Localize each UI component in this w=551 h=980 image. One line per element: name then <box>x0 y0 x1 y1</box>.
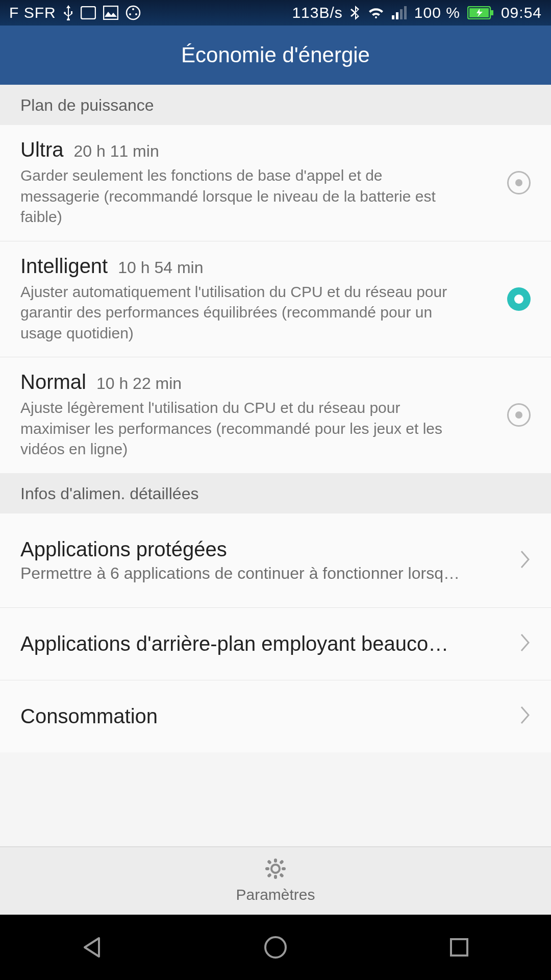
plan-intelligent-radio[interactable] <box>507 287 531 311</box>
plan-normal-radio[interactable] <box>507 403 531 427</box>
svg-point-5 <box>135 13 137 15</box>
svg-rect-0 <box>81 7 95 19</box>
plan-intelligent-row[interactable]: Intelligent 10 h 54 min Ajuster automati… <box>0 241 551 358</box>
wifi-icon <box>367 6 385 19</box>
background-apps-row[interactable]: Applications d'arrière-plan employant be… <box>0 608 551 680</box>
network-speed: 113B/s <box>292 4 342 21</box>
circle-dots-icon <box>126 5 141 20</box>
home-button[interactable] <box>261 933 290 962</box>
svg-rect-8 <box>400 9 403 19</box>
app-header: Économie d'énergie <box>0 26 551 85</box>
info-list: Applications protégées Permettre à 6 app… <box>0 513 551 752</box>
svg-rect-16 <box>282 867 286 870</box>
recent-apps-button[interactable] <box>445 933 473 962</box>
plan-ultra-radio[interactable] <box>507 171 531 194</box>
plan-intelligent-desc: Ajuster automatiquement l'utilisation du… <box>20 282 464 344</box>
consumption-title: Consommation <box>20 705 509 728</box>
background-apps-title: Applications d'arrière-plan employant be… <box>20 632 509 655</box>
plan-ultra-row[interactable]: Ultra 20 h 11 min Garder seulement les f… <box>0 125 551 241</box>
plan-normal-desc: Ajuste légèrement l'utilisation du CPU e… <box>20 398 464 460</box>
consumption-row[interactable]: Consommation <box>0 680 551 752</box>
plan-ultra-time: 20 h 11 min <box>73 142 159 161</box>
battery-pct: 100 % <box>414 4 460 21</box>
svg-rect-1 <box>104 6 118 19</box>
chevron-right-icon <box>519 706 531 726</box>
svg-rect-22 <box>451 939 467 955</box>
usb-icon <box>63 5 73 20</box>
svg-point-4 <box>129 13 131 15</box>
svg-point-3 <box>132 8 134 10</box>
chevron-right-icon <box>519 550 531 571</box>
plan-ultra-title: Ultra <box>20 138 63 161</box>
protected-apps-row[interactable]: Applications protégées Permettre à 6 app… <box>0 513 551 608</box>
android-navbar <box>0 915 551 980</box>
svg-rect-18 <box>279 873 284 878</box>
settings-button[interactable]: Paramètres <box>0 846 551 915</box>
gear-icon <box>263 856 288 883</box>
battery-icon <box>467 6 494 19</box>
back-button[interactable] <box>78 933 106 962</box>
svg-point-21 <box>265 937 286 958</box>
svg-rect-15 <box>265 867 269 870</box>
carrier-label: F SFR <box>9 4 56 21</box>
plan-list: Ultra 20 h 11 min Garder seulement les f… <box>0 125 551 473</box>
plan-intelligent-time: 10 h 54 min <box>118 258 203 277</box>
clock: 09:54 <box>501 4 542 21</box>
plan-ultra-desc: Garder seulement les fonctions de base d… <box>20 165 464 228</box>
section-plan-header: Plan de puissance <box>0 85 551 125</box>
settings-label: Paramètres <box>236 886 315 903</box>
svg-point-2 <box>127 6 140 19</box>
protected-apps-title: Applications protégées <box>20 538 509 561</box>
rect-icon <box>81 6 96 19</box>
plan-normal-row[interactable]: Normal 10 h 22 min Ajuste légèrement l'u… <box>0 357 551 473</box>
plan-normal-time: 10 h 22 min <box>96 374 182 393</box>
svg-rect-17 <box>267 860 272 865</box>
protected-apps-sub: Permettre à 6 applications de continuer … <box>20 564 480 583</box>
svg-rect-14 <box>274 875 277 879</box>
svg-rect-19 <box>279 860 284 865</box>
image-icon <box>103 6 118 20</box>
status-bar: F SFR 113B/s 100 <box>0 0 551 26</box>
signal-icon <box>392 6 407 19</box>
plan-normal-title: Normal <box>20 371 86 394</box>
plan-intelligent-title: Intelligent <box>20 255 108 278</box>
page-title: Économie d'énergie <box>181 43 370 67</box>
svg-rect-7 <box>396 12 398 19</box>
svg-rect-9 <box>404 6 407 19</box>
bluetooth-icon <box>350 5 360 20</box>
svg-rect-13 <box>274 859 277 863</box>
chevron-right-icon <box>519 633 531 654</box>
svg-rect-11 <box>491 10 493 15</box>
svg-rect-20 <box>267 873 272 878</box>
svg-rect-6 <box>392 15 394 19</box>
section-info-header: Infos d'alimen. détaillées <box>0 473 551 513</box>
